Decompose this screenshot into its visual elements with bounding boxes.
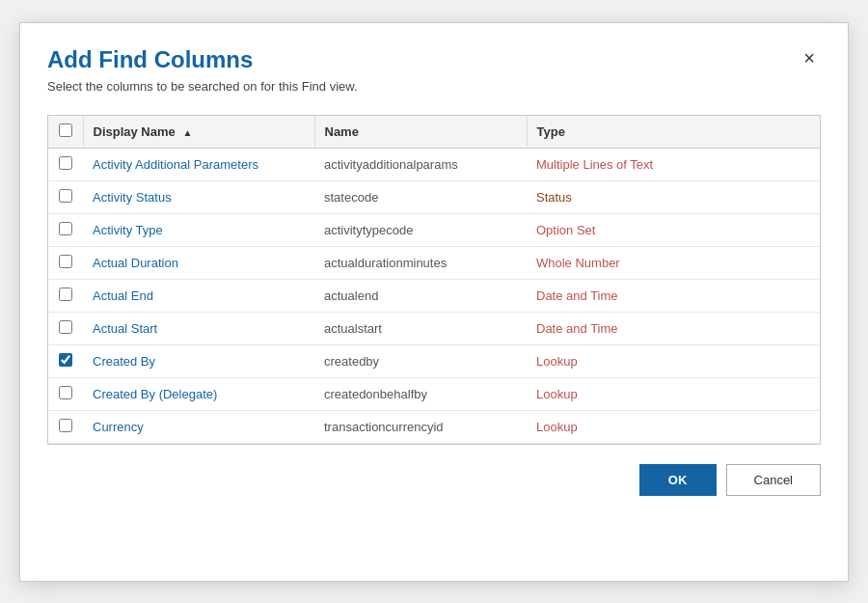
- row-checkbox-cell: [48, 180, 83, 213]
- row-checkbox-cell: [48, 246, 83, 279]
- dialog-footer: OK Cancel: [47, 464, 821, 496]
- header-checkbox-cell: [48, 116, 83, 149]
- ok-button[interactable]: OK: [639, 464, 717, 496]
- row-display-name: Activity Type: [83, 213, 314, 246]
- row-display-name: Actual End: [83, 279, 314, 312]
- table-header-row: Display Name ▲ Name Type: [48, 116, 820, 149]
- header-display-name[interactable]: Display Name ▲: [83, 116, 314, 149]
- row-checkbox-cell: [48, 377, 83, 410]
- row-type: Lookup: [527, 344, 820, 377]
- row-display-name: Actual Start: [83, 312, 314, 344]
- row-checkbox[interactable]: [59, 288, 72, 301]
- table-scroll-area[interactable]: Display Name ▲ Name Type Activity Additi…: [48, 116, 820, 444]
- row-checkbox[interactable]: [59, 419, 72, 432]
- row-type: Lookup: [527, 377, 820, 410]
- row-checkbox[interactable]: [59, 320, 72, 334]
- row-checkbox-cell: [48, 279, 83, 312]
- table-row: Actual EndactualendDate and Time: [48, 279, 820, 312]
- row-name: activitytypecode: [314, 213, 527, 246]
- row-display-name: Currency: [83, 410, 314, 443]
- row-checkbox[interactable]: [59, 386, 72, 399]
- table-row: Activity StatusstatecodeStatus: [48, 180, 820, 213]
- table-row: Activity Additional Parametersactivityad…: [48, 148, 820, 180]
- row-checkbox[interactable]: [59, 255, 72, 268]
- row-name: activityadditionalparams: [314, 148, 527, 180]
- row-checkbox[interactable]: [59, 353, 72, 367]
- table-body: Activity Additional Parametersactivityad…: [48, 148, 820, 443]
- dialog-title: Add Find Columns: [47, 46, 253, 73]
- row-checkbox-cell: [48, 312, 83, 344]
- sort-arrow-icon: ▲: [182, 127, 192, 138]
- row-name: actualend: [314, 279, 527, 312]
- row-checkbox[interactable]: [59, 189, 72, 203]
- table-row: Actual StartactualstartDate and Time: [48, 312, 820, 344]
- table-row: Created By (Delegate)createdonbehalfbyLo…: [48, 377, 820, 410]
- row-checkbox-cell: [48, 148, 83, 180]
- row-type: Lookup: [527, 410, 820, 443]
- row-display-name: Activity Status: [83, 180, 314, 213]
- row-type: Option Set: [527, 213, 820, 246]
- row-type: Status: [527, 180, 820, 213]
- dialog-subtitle: Select the columns to be searched on for…: [47, 79, 821, 94]
- select-all-checkbox[interactable]: [59, 123, 72, 137]
- cancel-button[interactable]: Cancel: [726, 464, 821, 496]
- row-name: statecode: [314, 180, 527, 213]
- row-name: actualstart: [314, 312, 527, 344]
- row-type: Whole Number: [527, 246, 820, 279]
- row-display-name: Actual Duration: [83, 246, 314, 279]
- dialog-header: Add Find Columns ×: [47, 46, 821, 73]
- row-checkbox[interactable]: [59, 156, 72, 170]
- table-row: Created BycreatedbyLookup: [48, 344, 820, 377]
- columns-table: Display Name ▲ Name Type Activity Additi…: [48, 116, 820, 444]
- row-type: Date and Time: [527, 279, 820, 312]
- row-display-name: Created By: [83, 344, 314, 377]
- header-name: Name: [314, 116, 527, 149]
- row-name: transactioncurrencyid: [314, 410, 527, 443]
- row-name: actualdurationminutes: [314, 246, 527, 279]
- row-name: createdby: [314, 344, 527, 377]
- columns-table-container: Display Name ▲ Name Type Activity Additi…: [47, 115, 821, 445]
- row-display-name: Created By (Delegate): [83, 377, 314, 410]
- header-type: Type: [527, 116, 820, 149]
- row-type: Multiple Lines of Text: [527, 148, 820, 180]
- table-row: Actual DurationactualdurationminutesWhol…: [48, 246, 820, 279]
- row-checkbox-cell: [48, 410, 83, 443]
- table-row: CurrencytransactioncurrencyidLookup: [48, 410, 820, 443]
- add-find-columns-dialog: Add Find Columns × Select the columns to…: [19, 22, 849, 582]
- row-type: Date and Time: [527, 312, 820, 344]
- row-name: createdonbehalfby: [314, 377, 527, 410]
- row-checkbox-cell: [48, 344, 83, 377]
- row-checkbox-cell: [48, 213, 83, 246]
- row-checkbox[interactable]: [59, 222, 72, 235]
- row-display-name: Activity Additional Parameters: [83, 148, 314, 180]
- table-row: Activity TypeactivitytypecodeOption Set: [48, 213, 820, 246]
- close-button[interactable]: ×: [798, 46, 821, 69]
